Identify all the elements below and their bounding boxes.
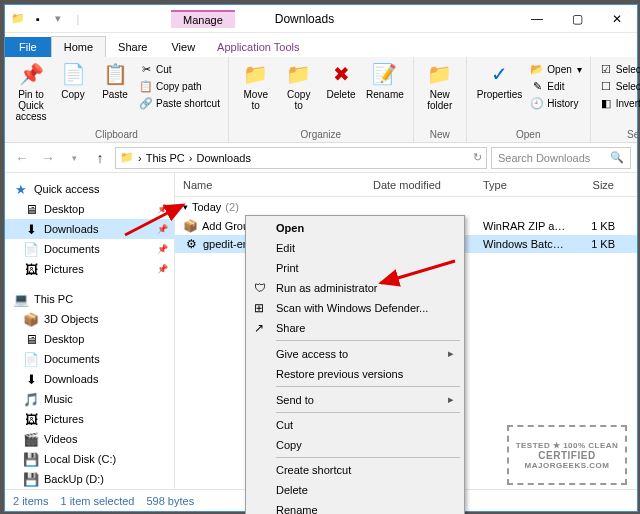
recent-dropdown[interactable]: ▾ (63, 147, 85, 169)
rename-button[interactable]: 📝Rename (363, 59, 407, 102)
col-date[interactable]: Date modified (365, 179, 475, 191)
address-bar: ← → ▾ ↑ 📁 › This PC › Downloads ↻ Search… (5, 143, 637, 173)
nav-backup[interactable]: 💾BackUp (D:) (5, 469, 174, 489)
ctx-restore-previous-versions[interactable]: Restore previous versions (248, 364, 462, 384)
download-icon: ⬇ (23, 221, 39, 237)
ctx-edit[interactable]: Edit (248, 238, 462, 258)
group-header[interactable]: ▾ Today (2) (175, 197, 637, 217)
pin-icon: 📌 (18, 61, 44, 87)
forward-button[interactable]: → (37, 147, 59, 169)
nav-desktop-2[interactable]: 🖥Desktop (5, 329, 174, 349)
close-button[interactable]: ✕ (597, 5, 637, 33)
edit-icon: ✎ (530, 79, 544, 93)
shortcut-icon: 🔗 (139, 96, 153, 110)
ctx-give-access-to[interactable]: Give access to▸ (248, 343, 462, 364)
ctx-icon: 🛡 (254, 281, 270, 295)
move-to-button[interactable]: 📁Move to (235, 59, 277, 113)
up-button[interactable]: ↑ (89, 147, 111, 169)
nav-music[interactable]: 🎵Music (5, 389, 174, 409)
folder-icon: 📁 (9, 10, 27, 28)
nav-videos[interactable]: 🎬Videos (5, 429, 174, 449)
history-button[interactable]: 🕘History (528, 95, 583, 111)
documents-icon: 📄 (23, 351, 39, 367)
paste-icon: 📋 (102, 61, 128, 87)
download-icon: ⬇ (23, 371, 39, 387)
tab-manage[interactable]: Manage (171, 10, 235, 28)
breadcrumb[interactable]: This PC (146, 152, 185, 164)
edit-button[interactable]: ✎Edit (528, 78, 583, 94)
paste-shortcut-button[interactable]: 🔗Paste shortcut (137, 95, 222, 111)
chevron-down-icon: ▾ (183, 202, 188, 212)
nav-documents-2[interactable]: 📄Documents (5, 349, 174, 369)
ribbon-tabs: File Home Share View Application Tools (5, 33, 637, 57)
select-none-button[interactable]: ☐Select none (597, 78, 640, 94)
properties-button[interactable]: ✓Properties (473, 59, 527, 102)
status-selected: 1 item selected (60, 495, 134, 507)
ctx-send-to[interactable]: Send to▸ (248, 389, 462, 410)
select-all-button[interactable]: ☑Select all (597, 61, 640, 77)
tab-file[interactable]: File (5, 37, 51, 57)
pin-icon: 📌 (157, 264, 168, 274)
search-input[interactable]: Search Downloads 🔍 (491, 147, 631, 169)
open-button[interactable]: 📂Open▾ (528, 61, 583, 77)
ctx-cut[interactable]: Cut (248, 415, 462, 435)
group-select-label: Select (597, 127, 640, 140)
tab-view[interactable]: View (159, 37, 207, 57)
ctx-copy[interactable]: Copy (248, 435, 462, 455)
drive-icon: 💾 (23, 471, 39, 487)
cut-button[interactable]: ✂Cut (137, 61, 222, 77)
ctx-delete[interactable]: Delete (248, 480, 462, 500)
move-icon: 📁 (243, 61, 269, 87)
address-field[interactable]: 📁 › This PC › Downloads ↻ (115, 147, 487, 169)
titlebar: 📁 ▪ ▾ | Manage Downloads — ▢ ✕ (5, 5, 637, 33)
nav-this-pc[interactable]: 💻This PC (5, 289, 174, 309)
nav-pictures[interactable]: 🖼Pictures📌 (5, 259, 174, 279)
tab-application-tools[interactable]: Application Tools (207, 37, 309, 57)
group-new-label: New (420, 127, 460, 140)
copy-path-button[interactable]: 📋Copy path (137, 78, 222, 94)
back-button[interactable]: ← (11, 147, 33, 169)
tab-home[interactable]: Home (51, 36, 106, 57)
minimize-button[interactable]: — (517, 5, 557, 33)
qat-chevron-icon[interactable]: ▾ (49, 10, 67, 28)
ctx-scan-with-windows-defender-[interactable]: ⊞Scan with Windows Defender... (248, 298, 462, 318)
col-name[interactable]: Name (175, 179, 365, 191)
new-folder-icon: 📁 (427, 61, 453, 87)
paste-button[interactable]: 📋Paste (95, 59, 135, 102)
pin-quick-access-button[interactable]: 📌Pin to Quick access (11, 59, 51, 124)
nav-pictures-2[interactable]: 🖼Pictures (5, 409, 174, 429)
status-size: 598 bytes (146, 495, 194, 507)
refresh-button[interactable]: ↻ (473, 151, 482, 164)
ctx-open[interactable]: Open (248, 218, 462, 238)
tab-share[interactable]: Share (106, 37, 159, 57)
nav-documents[interactable]: 📄Documents📌 (5, 239, 174, 259)
ctx-rename[interactable]: Rename (248, 500, 462, 514)
delete-button[interactable]: ✖Delete (321, 59, 361, 102)
qat-dropdown-icon[interactable]: ▪ (29, 10, 47, 28)
nav-local-disk[interactable]: 💾Local Disk (C:) (5, 449, 174, 469)
nav-desktop[interactable]: 🖥Desktop📌 (5, 199, 174, 219)
desktop-icon: 🖥 (23, 331, 39, 347)
pin-icon: 📌 (157, 244, 168, 254)
folder-icon: 📁 (120, 151, 134, 164)
nav-3d-objects[interactable]: 📦3D Objects (5, 309, 174, 329)
nav-quick-access[interactable]: ★Quick access (5, 179, 174, 199)
nav-downloads-2[interactable]: ⬇Downloads (5, 369, 174, 389)
ctx-print[interactable]: Print (248, 258, 462, 278)
ctx-run-as-administrator[interactable]: 🛡Run as administrator (248, 278, 462, 298)
nav-downloads[interactable]: ⬇Downloads📌 (5, 219, 174, 239)
ctx-icon: ↗ (254, 321, 270, 335)
copy-button[interactable]: 📄Copy (53, 59, 93, 102)
maximize-button[interactable]: ▢ (557, 5, 597, 33)
col-type[interactable]: Type (475, 179, 575, 191)
breadcrumb[interactable]: Downloads (196, 152, 250, 164)
ctx-create-shortcut[interactable]: Create shortcut (248, 460, 462, 480)
column-headers: Name Date modified Type Size (175, 173, 637, 197)
copy-to-button[interactable]: 📁Copy to (279, 59, 320, 113)
invert-selection-button[interactable]: ◧Invert selection (597, 95, 640, 111)
new-folder-button[interactable]: 📁New folder (420, 59, 460, 113)
pin-icon: 📌 (157, 204, 168, 214)
navigation-pane: ★Quick access 🖥Desktop📌 ⬇Downloads📌 📄Doc… (5, 173, 175, 489)
col-size[interactable]: Size (575, 179, 623, 191)
ctx-share[interactable]: ↗Share (248, 318, 462, 338)
